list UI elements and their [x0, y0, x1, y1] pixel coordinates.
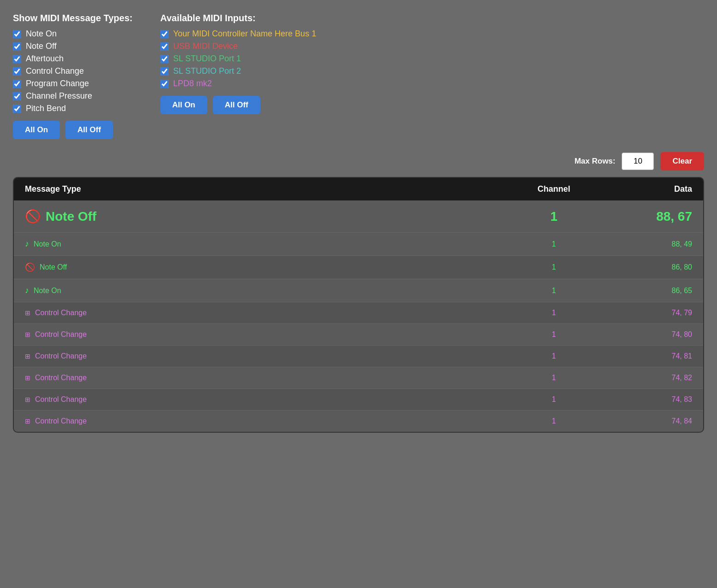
channel-cell-9: 1 [508, 417, 600, 425]
message-types-title: Show MIDI Message Types: [13, 13, 133, 24]
th-data: Data [600, 184, 692, 194]
checkbox-pitch-bend-label: Pitch Bend [26, 104, 66, 113]
checkbox-control-change-label: Control Change [26, 66, 84, 76]
message-type-cell-9: ⊞ Control Change [25, 417, 508, 425]
midi-table: Message Type Channel Data 🚫 Note Off 1 8… [13, 177, 704, 433]
channel-cell-3: 1 [508, 287, 600, 295]
cc-icon-8: ⊞ [25, 396, 30, 403]
max-rows-input[interactable] [622, 153, 654, 170]
checkbox-note-off-label: Note Off [26, 41, 57, 51]
checkbox-aftertouch: Aftertouch [13, 54, 133, 64]
checkbox-midi-input-2-input[interactable] [160, 55, 169, 63]
checkbox-pitch-bend-input[interactable] [13, 105, 21, 113]
channel-cell-0: 1 [508, 209, 600, 224]
top-section: Show MIDI Message Types: Note On Note Of… [13, 13, 704, 139]
checkbox-midi-input-1: USB MIDI Device [160, 41, 316, 51]
midi-inputs-all-on-button[interactable]: All On [160, 96, 207, 114]
data-cell-6: 74, 81 [600, 352, 692, 360]
checkbox-midi-input-3: SL STUDIO Port 2 [160, 66, 316, 76]
message-type-cell-5: ⊞ Control Change [25, 330, 508, 339]
checkbox-note-off: Note Off [13, 41, 133, 51]
message-type-text-6: Control Change [35, 352, 87, 360]
checkbox-midi-input-1-input[interactable] [160, 42, 169, 51]
message-type-text-3: Note On [34, 287, 61, 295]
checkbox-midi-input-3-input[interactable] [160, 67, 169, 76]
message-type-text-4: Control Change [35, 309, 87, 317]
noteon-icon-1: ♪ [25, 239, 29, 249]
midi-inputs-title: Available MIDI Inputs: [160, 13, 316, 24]
data-cell-7: 74, 82 [600, 374, 692, 382]
data-cell-2: 86, 80 [600, 263, 692, 271]
table-row: ⊞ Control Change 1 74, 81 [14, 346, 703, 367]
data-cell-8: 74, 83 [600, 395, 692, 404]
checkbox-note-off-input[interactable] [13, 42, 21, 51]
channel-cell-8: 1 [508, 395, 600, 404]
channel-cell-2: 1 [508, 263, 600, 271]
checkbox-midi-input-0-input[interactable] [160, 30, 169, 38]
checkbox-control-change-input[interactable] [13, 67, 21, 76]
checkbox-program-change-input[interactable] [13, 80, 21, 88]
checkbox-control-change: Control Change [13, 66, 133, 76]
cc-icon-7: ⊞ [25, 374, 30, 382]
data-cell-0: 88, 67 [600, 209, 692, 224]
message-type-text-7: Control Change [35, 374, 87, 382]
controls-row: Max Rows: Clear [13, 152, 704, 171]
th-channel: Channel [508, 184, 600, 194]
cc-icon-5: ⊞ [25, 331, 30, 338]
message-type-cell-7: ⊞ Control Change [25, 374, 508, 382]
noteoff-icon-0: 🚫 [25, 209, 41, 224]
data-cell-3: 86, 65 [600, 287, 692, 295]
message-type-text-9: Control Change [35, 417, 87, 425]
midi-inputs-all-off-button[interactable]: All Off [213, 96, 260, 114]
noteoff-icon-2: 🚫 [25, 262, 35, 272]
max-rows-label: Max Rows: [575, 157, 616, 166]
checkbox-aftertouch-label: Aftertouch [26, 54, 64, 64]
message-types-all-on-button[interactable]: All On [13, 121, 60, 139]
message-type-text-1: Note On [34, 240, 61, 248]
data-cell-4: 74, 79 [600, 309, 692, 317]
checkbox-channel-pressure-input[interactable] [13, 92, 21, 100]
message-types-panel: Show MIDI Message Types: Note On Note Of… [13, 13, 133, 139]
noteon-icon-3: ♪ [25, 286, 29, 295]
table-row: ♪ Note On 1 88, 49 [14, 233, 703, 256]
checkbox-aftertouch-input[interactable] [13, 55, 21, 63]
table-row: ⊞ Control Change 1 74, 82 [14, 367, 703, 389]
table-row: ⊞ Control Change 1 74, 79 [14, 302, 703, 324]
channel-cell-5: 1 [508, 330, 600, 339]
channel-cell-4: 1 [508, 309, 600, 317]
midi-inputs-panel: Available MIDI Inputs: Your MIDI Control… [160, 13, 316, 139]
message-type-cell-3: ♪ Note On [25, 286, 508, 295]
message-type-cell-2: 🚫 Note Off [25, 262, 508, 272]
table-row: ⊞ Control Change 1 74, 83 [14, 389, 703, 411]
data-cell-5: 74, 80 [600, 330, 692, 339]
channel-cell-1: 1 [508, 240, 600, 248]
channel-cell-6: 1 [508, 352, 600, 360]
message-types-all-off-button[interactable]: All Off [65, 121, 113, 139]
checkbox-note-on-input[interactable] [13, 30, 21, 38]
checkbox-program-change: Program Change [13, 79, 133, 88]
message-type-text-8: Control Change [35, 395, 87, 404]
midi-input-4-label: LPD8 mk2 [173, 79, 212, 88]
clear-button[interactable]: Clear [660, 152, 704, 171]
table-row: 🚫 Note Off 1 86, 80 [14, 256, 703, 279]
checkbox-note-on-label: Note On [26, 29, 57, 39]
checkbox-midi-input-0: Your MIDI Controller Name Here Bus 1 [160, 29, 316, 39]
table-row: 🚫 Note Off 1 88, 67 [14, 200, 703, 233]
message-type-cell-4: ⊞ Control Change [25, 309, 508, 317]
checkbox-midi-input-4-input[interactable] [160, 80, 169, 88]
checkbox-channel-pressure: Channel Pressure [13, 91, 133, 101]
checkbox-pitch-bend: Pitch Bend [13, 104, 133, 113]
message-type-cell-6: ⊞ Control Change [25, 352, 508, 360]
message-type-cell-0: 🚫 Note Off [25, 209, 508, 224]
message-type-cell-1: ♪ Note On [25, 239, 508, 249]
midi-input-0-label: Your MIDI Controller Name Here Bus 1 [173, 29, 316, 39]
table-header: Message Type Channel Data [14, 178, 703, 200]
checkbox-program-change-label: Program Change [26, 79, 89, 88]
checkbox-channel-pressure-label: Channel Pressure [26, 91, 92, 101]
th-message-type: Message Type [25, 184, 508, 194]
cc-icon-4: ⊞ [25, 309, 30, 317]
midi-inputs-btn-row: All On All Off [160, 96, 316, 114]
message-type-cell-8: ⊞ Control Change [25, 395, 508, 404]
midi-input-1-label: USB MIDI Device [173, 41, 238, 51]
message-type-text-0: Note Off [46, 209, 96, 224]
